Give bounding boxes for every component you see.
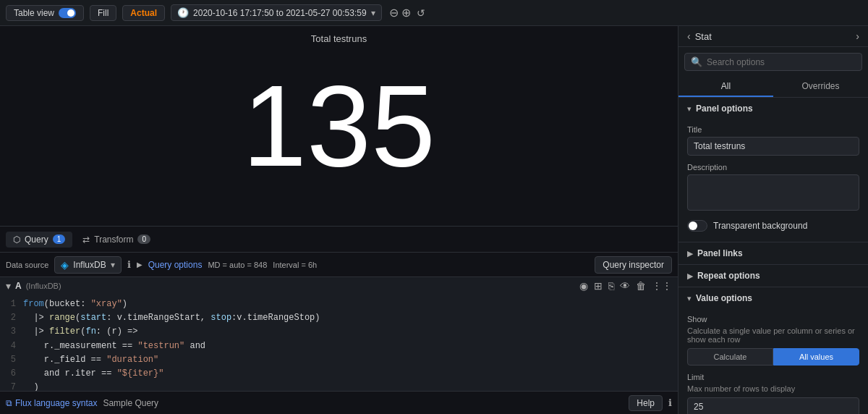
md-text: MD = auto = 848 bbox=[208, 261, 267, 269]
zoom-controls: ⊖ ⊕ bbox=[389, 7, 411, 19]
zoom-in-button[interactable]: ⊕ bbox=[401, 7, 411, 19]
code-line-3: 3 |> filter(fn: (r) => bbox=[0, 325, 678, 339]
tab-query[interactable]: ⬡ Query 1 bbox=[6, 232, 72, 248]
refresh-button[interactable]: ↺ bbox=[417, 7, 425, 19]
repeat-options-chevron: ▶ bbox=[687, 271, 693, 281]
help-button[interactable]: Help bbox=[629, 395, 663, 411]
panel-links-header[interactable]: ▶ Panel links bbox=[678, 242, 868, 264]
query-tab-label: Query bbox=[25, 235, 48, 245]
interval-text: Interval = 6h bbox=[273, 261, 317, 269]
title-field-input[interactable] bbox=[687, 137, 859, 156]
query-editor: ▾ A (InfluxDB) ◉ ⊞ ⎘ 👁 🗑 ⋮⋮ 1 bbox=[0, 277, 678, 391]
transparent-toggle[interactable] bbox=[687, 220, 707, 232]
show-label: Show bbox=[687, 315, 859, 324]
bottom-bar: ⧉ Flux language syntax Sample Query Help… bbox=[0, 391, 678, 414]
datasource-name: InfluxDB bbox=[73, 260, 106, 270]
query-toolbar: Data source ◈ InfluxDB ▾ ℹ ▶ Query optio… bbox=[0, 253, 678, 277]
query-copy-button[interactable]: ⊞ bbox=[594, 280, 603, 292]
flux-syntax-label: Flux language syntax bbox=[15, 398, 97, 408]
show-buttons: Calculate All values bbox=[687, 348, 859, 366]
code-line-2: 2 |> range(start: v.timeRangeStart, stop… bbox=[0, 311, 678, 325]
code-line-6: 6 and r.iter == "${iter}" bbox=[0, 367, 678, 381]
main-area: Total testruns 135 ⬡ Query 1 ⇄ Transform… bbox=[0, 26, 868, 414]
table-view-button[interactable]: Table view bbox=[6, 5, 84, 21]
transparent-row: Transparent background bbox=[687, 220, 859, 232]
query-duplicate-button[interactable]: ⎘ bbox=[608, 280, 614, 292]
code-editor[interactable]: 1 from(bucket: "xray") 2 |> range(start:… bbox=[0, 295, 678, 391]
calculate-button[interactable]: Calculate bbox=[687, 348, 773, 366]
collapse-button[interactable]: ▾ bbox=[6, 280, 11, 292]
query-tab-icon: ⬡ bbox=[13, 235, 20, 245]
panel-options-header[interactable]: ▾ Panel options bbox=[678, 98, 868, 119]
query-actions: ◉ ⊞ ⎘ 👁 🗑 ⋮⋮ bbox=[579, 280, 672, 292]
panel-links-chevron: ▶ bbox=[687, 249, 693, 258]
limit-label: Limit bbox=[687, 373, 859, 381]
panel-links-section: ▶ Panel links bbox=[678, 242, 868, 265]
code-line-7: 7 ) bbox=[0, 381, 678, 391]
stat-value: 135 bbox=[242, 68, 435, 184]
datasource-info-button[interactable]: ℹ bbox=[127, 259, 131, 270]
value-options-title: Value options bbox=[696, 293, 752, 303]
stat-title: Stat bbox=[695, 31, 852, 42]
transform-badge: 0 bbox=[137, 235, 150, 244]
query-header: ▾ A (InfluxDB) ◉ ⊞ ⎘ 👁 🗑 ⋮⋮ bbox=[0, 277, 678, 295]
query-toggle-button[interactable]: ◉ bbox=[579, 280, 588, 292]
query-options-button[interactable]: Query options bbox=[148, 260, 203, 270]
actual-button[interactable]: Actual bbox=[122, 5, 165, 21]
code-line-4: 4 r._measurement == "testrun" and bbox=[0, 339, 678, 353]
query-inspector-button[interactable]: Query inspector bbox=[595, 256, 672, 274]
top-bar: Table view Fill Actual 🕐 2020-10-16 17:1… bbox=[0, 0, 868, 26]
datasource-chevron: ▾ bbox=[111, 260, 115, 270]
search-input[interactable] bbox=[707, 57, 856, 67]
sample-query-button[interactable]: Sample Query bbox=[103, 398, 158, 408]
right-panel: ‹ Stat › 🔍 All Overrides ▾ Panel options bbox=[678, 26, 868, 414]
repeat-options-header[interactable]: ▶ Repeat options bbox=[678, 265, 868, 287]
title-field-label: Title bbox=[687, 125, 859, 134]
zoom-out-button[interactable]: ⊖ bbox=[389, 7, 399, 19]
left-panel: Total testruns 135 ⬡ Query 1 ⇄ Transform… bbox=[0, 26, 678, 414]
panel-options-section: ▾ Panel options Title Description Transp… bbox=[678, 98, 868, 242]
query-options-expand-icon: ▶ bbox=[137, 261, 142, 269]
limit-input[interactable] bbox=[687, 397, 859, 414]
external-link-icon: ⧉ bbox=[6, 398, 12, 408]
data-source-label: Data source bbox=[6, 261, 48, 269]
code-line-1: 1 from(bucket: "xray") bbox=[0, 297, 678, 311]
description-field-label: Description bbox=[687, 163, 859, 172]
influxdb-icon: ◈ bbox=[61, 259, 69, 271]
transform-label: Transform bbox=[94, 235, 133, 245]
time-range-text: 2020-10-16 17:17:50 to 2021-05-27 00:53:… bbox=[193, 8, 367, 18]
description-field-input[interactable] bbox=[687, 174, 859, 211]
repeat-options-title: Repeat options bbox=[697, 271, 760, 281]
panel-options-title: Panel options bbox=[696, 104, 753, 114]
query-more-button[interactable]: ⋮⋮ bbox=[652, 280, 672, 292]
value-options-section: ▾ Value options Show Calculate a single … bbox=[678, 287, 868, 414]
doc-icon-button[interactable]: ℹ bbox=[668, 397, 672, 408]
query-delete-button[interactable]: 🗑 bbox=[636, 280, 646, 292]
all-values-button[interactable]: All values bbox=[773, 348, 859, 366]
limit-description: Max number of rows to display bbox=[687, 384, 859, 393]
chevron-down-icon: ▾ bbox=[371, 8, 375, 18]
time-range-button[interactable]: 🕐 2020-10-16 17:17:50 to 2021-05-27 00:5… bbox=[171, 4, 382, 21]
panel-links-title: Panel links bbox=[697, 248, 743, 258]
flux-syntax-link[interactable]: ⧉ Flux language syntax bbox=[6, 398, 97, 408]
value-options-body: Show Calculate a single value per column… bbox=[678, 309, 868, 414]
value-options-header[interactable]: ▾ Value options bbox=[678, 287, 868, 309]
table-view-toggle[interactable] bbox=[59, 8, 76, 18]
query-panel: ⬡ Query 1 ⇄ Transform 0 Data source ◈ In… bbox=[0, 226, 678, 414]
stat-next-button[interactable]: › bbox=[856, 30, 859, 42]
tab-all[interactable]: All bbox=[678, 77, 773, 97]
panel-options-body: Title Description Transparent background bbox=[678, 119, 868, 242]
repeat-options-section: ▶ Repeat options bbox=[678, 265, 868, 287]
visualization-area: Total testruns 135 bbox=[0, 26, 678, 226]
fill-button[interactable]: Fill bbox=[90, 5, 116, 21]
query-sublabel: (InfluxDB) bbox=[26, 282, 61, 290]
search-icon: 🔍 bbox=[691, 56, 702, 67]
query-view-button[interactable]: 👁 bbox=[620, 280, 630, 292]
tab-transform[interactable]: ⇄ Transform 0 bbox=[75, 232, 158, 248]
stat-prev-button[interactable]: ‹ bbox=[687, 30, 691, 42]
tab-overrides[interactable]: Overrides bbox=[773, 77, 868, 97]
query-label: A bbox=[15, 281, 22, 291]
datasource-selector[interactable]: ◈ InfluxDB ▾ bbox=[54, 256, 121, 274]
query-tabs: ⬡ Query 1 ⇄ Transform 0 bbox=[0, 227, 678, 253]
search-box: 🔍 bbox=[684, 53, 862, 71]
